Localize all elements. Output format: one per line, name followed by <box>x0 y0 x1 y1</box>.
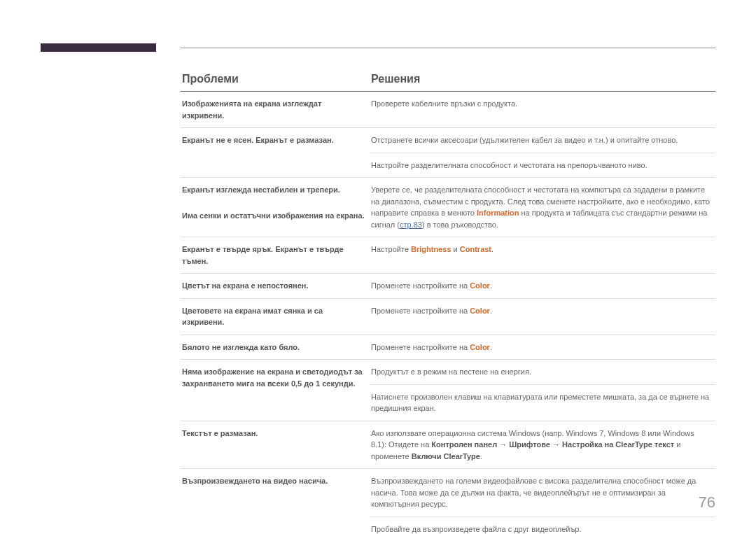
column-header-problem: Проблеми <box>181 70 370 92</box>
chapter-indicator-bar <box>41 43 156 52</box>
solution-cell: Настройте разделителната способност и че… <box>370 153 715 178</box>
solution-cell: Отстранете всички аксесоари (удължителен… <box>370 128 715 153</box>
solution-cell: Променете настройките на Color. <box>370 298 715 335</box>
header-rule <box>181 48 715 48</box>
menu-ref-brightness: Brightness <box>411 245 451 253</box>
page-reference-link[interactable]: стр.83 <box>400 220 422 229</box>
table-row: Цветът на екрана е непостоянен. Променет… <box>181 274 715 299</box>
ui-path-enable-cleartype: Включи ClearType <box>412 452 480 461</box>
solution-cell: Променете настройките на Color. <box>370 274 715 299</box>
table-row: Няма изображение на екрана и светодиодът… <box>181 360 715 385</box>
problem-cell: Екранът е твърде ярък. Екранът е твърде … <box>181 237 370 274</box>
solution-cell: Настройте Brightness и Contrast. <box>370 237 715 274</box>
solution-cell: Възпроизвеждането на големи видеофайлове… <box>370 469 715 517</box>
solution-cell: Променете настройките на Color. <box>370 335 715 360</box>
table-row: Изображенията на екрана изглеждат изкрив… <box>181 92 715 128</box>
solution-cell: Пробвайте да възпроизведете файла с друг… <box>370 517 715 534</box>
problem-cell: Изображенията на екрана изглеждат изкрив… <box>181 92 370 128</box>
problem-cell: Има сенки и остатъчни изображения на екр… <box>181 207 370 237</box>
page-number: 76 <box>699 493 715 512</box>
solution-cell: Натиснете произволен клавиш на клавиатур… <box>370 384 715 421</box>
table-row: Текстът е размазан. Ако използвате опера… <box>181 421 715 469</box>
troubleshooting-table: Проблеми Решения Изображенията на екрана… <box>181 70 715 534</box>
troubleshooting-table-container: Проблеми Решения Изображенията на екрана… <box>181 70 715 534</box>
menu-ref-contrast: Contrast <box>460 245 491 253</box>
ui-path-control-panel: Контролен панел <box>431 440 497 449</box>
problem-cell: Няма изображение на екрана и светодиодът… <box>181 360 370 421</box>
problem-cell: Екранът изглежда нестабилен и трепери. <box>181 178 370 208</box>
solution-cell: Продуктът е в режим на пестене на енерги… <box>370 360 715 385</box>
table-row: Бялото не изглежда като бяло. Променете … <box>181 335 715 360</box>
menu-ref-color: Color <box>470 281 490 290</box>
table-row: Възпроизвеждането на видео насича. Възпр… <box>181 469 715 517</box>
ui-path-cleartype-setting: Настройка на ClearType текст <box>562 440 674 449</box>
table-row: Цветовете на екрана имат сянка и са изкр… <box>181 298 715 335</box>
table-row: Екранът е твърде ярък. Екранът е твърде … <box>181 237 715 274</box>
menu-ref-color: Color <box>470 343 490 351</box>
problem-cell: Цветовете на екрана имат сянка и са изкр… <box>181 298 370 335</box>
solution-cell: Ако използвате операционна система Windo… <box>370 421 715 469</box>
column-header-solution: Решения <box>370 70 715 92</box>
ui-path-fonts: Шрифтове <box>509 440 550 449</box>
problem-cell: Екранът не е ясен. Екранът е размазан. <box>181 128 370 178</box>
problem-cell: Цветът на екрана е непостоянен. <box>181 274 370 299</box>
solution-cell: Уверете се, че разделителната способност… <box>370 178 715 237</box>
page: Проблеми Решения Изображенията на екрана… <box>0 0 756 534</box>
problem-cell: Бялото не изглежда като бяло. <box>181 335 370 360</box>
menu-ref-color: Color <box>470 307 490 315</box>
problem-cell: Текстът е размазан. <box>181 421 370 469</box>
menu-ref-information: Information <box>477 209 519 217</box>
problem-cell: Възпроизвеждането на видео насича. <box>181 469 370 535</box>
solution-cell: Проверете кабелните връзки с продукта. <box>370 92 715 128</box>
table-row: Екранът не е ясен. Екранът е размазан. О… <box>181 128 715 153</box>
table-row: Екранът изглежда нестабилен и трепери. У… <box>181 178 715 208</box>
